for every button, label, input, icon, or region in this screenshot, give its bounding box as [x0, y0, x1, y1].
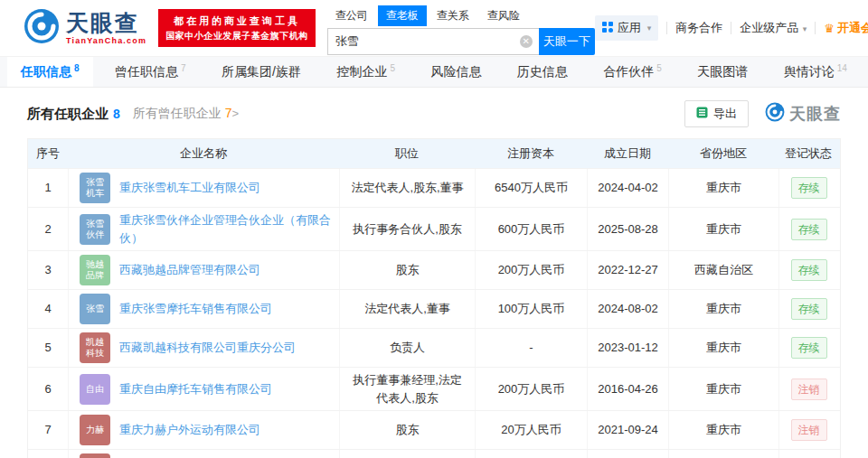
top-nav: 应用 ▾ 商务合作 企业级产品 ▾ ♛ 开通会员 ▾: [595, 15, 868, 41]
search-tab-1[interactable]: 查老板: [378, 5, 427, 26]
company-name-link[interactable]: 重庆张雪摩托车销售有限公司: [119, 300, 272, 318]
date-cell: 2021-09-24: [587, 411, 668, 449]
position-cell: 负责人: [339, 329, 475, 367]
capital-cell: 6540万人民币: [475, 169, 587, 207]
site-logo[interactable]: 天眼查 TianYanCha.com: [24, 8, 146, 48]
page-tab-2[interactable]: 所属集团/族群: [208, 57, 315, 87]
company-logo[interactable]: 驰越品牌: [80, 255, 110, 285]
chevron-down-icon: ▾: [647, 23, 652, 33]
row-index: 2: [28, 208, 68, 250]
status-badge: 注销: [791, 419, 827, 441]
company-logo[interactable]: 张雪: [80, 294, 110, 324]
logo-subtitle: TianYanCha.com: [66, 37, 146, 45]
page-tabs: 任职信息8曾任职信息7所属集团/族群控制企业5风险信息历史信息合作伙伴5天眼图谱…: [0, 56, 868, 88]
page-tab-5[interactable]: 历史信息: [504, 57, 581, 87]
watermark-swirl-icon: [765, 102, 785, 126]
status-badge: 存续: [791, 298, 827, 320]
clear-icon[interactable]: ✕: [520, 35, 533, 48]
apps-label: 应用: [618, 20, 641, 36]
search-area: 查公司查老板查关系查风险 ✕ 天眼一下: [327, 5, 595, 55]
date-cell: 2022-12-27: [587, 251, 668, 289]
capital-cell: 20万人民币: [475, 411, 587, 449]
company-name-link[interactable]: 重庆自由摩托车销售有限公司: [119, 380, 272, 398]
enterprise-products-menu[interactable]: 企业级产品 ▾: [740, 20, 807, 36]
row-index: 5: [28, 329, 68, 367]
company-cell: 张雪机车重庆张雪机车工业有限公司: [68, 169, 339, 207]
company-logo[interactable]: 自由: [80, 374, 110, 405]
search-tab-2[interactable]: 查关系: [429, 5, 477, 26]
column-header-2: 职位: [339, 139, 475, 168]
date-cell: 2025-08-28: [587, 208, 668, 250]
capital-cell: 200万人民币: [475, 251, 587, 289]
page-tab-1[interactable]: 曾任职信息7: [101, 57, 200, 87]
page: 天眼查 TianYanCha.com 都在用的商业查询工具 国家中小企业发展子基…: [0, 0, 868, 458]
company-logo[interactable]: 力赫: [80, 415, 110, 445]
page-tab-label: 舆情讨论: [784, 64, 835, 80]
row-index: 1: [28, 169, 68, 207]
watermark-text: 天眼查: [789, 103, 841, 125]
column-header-3: 注册资本: [475, 139, 587, 168]
company-cell: 冒险之翼重庆冒险之翼贸易有限公司: [68, 450, 339, 458]
page-tab-8[interactable]: 舆情讨论14: [770, 57, 861, 87]
former-companies-link[interactable]: 所有曾任职企业7>: [133, 106, 239, 122]
status-badge: 存续: [791, 219, 827, 240]
company-name-link[interactable]: 西藏凯越科技有限公司重庆分公司: [119, 339, 296, 357]
page-tab-label: 历史信息: [517, 64, 568, 80]
date-cell: 2021-06-22: [587, 450, 668, 458]
search-button[interactable]: 天眼一下: [539, 28, 595, 55]
table-row: 6自由重庆自由摩托车销售有限公司执行董事兼经理,法定代表人,股东200万人民币2…: [28, 367, 840, 410]
row-index: 6: [28, 368, 68, 410]
slogan-line2: 国家中小企业发展子基金旗下机构: [165, 29, 308, 42]
company-logo-text: 张雪: [86, 219, 104, 229]
page-tab-3[interactable]: 控制企业5: [323, 57, 409, 87]
status-cell: 存续: [778, 251, 838, 289]
page-tab-label: 合作伙伴: [603, 64, 654, 80]
company-logo[interactable]: 张雪机车: [80, 173, 110, 203]
vip-upgrade-menu[interactable]: ♛ 开通会员 ▾: [824, 20, 868, 36]
company-logo[interactable]: 张雪伙伴: [80, 214, 110, 245]
company-logo-text: 凯越: [86, 337, 104, 348]
page-tab-4[interactable]: 风险信息: [417, 57, 495, 87]
company-name-link[interactable]: 重庆张雪伙伴企业管理合伙企业（有限合伙）: [119, 211, 332, 247]
export-button[interactable]: 导出: [684, 100, 749, 127]
status-cell: 存续: [778, 290, 838, 328]
chevron-down-icon: ▾: [800, 24, 807, 33]
company-logo[interactable]: 凯越科技: [80, 332, 110, 363]
company-name-link[interactable]: 西藏驰越品牌管理有限公司: [119, 261, 260, 279]
positions-table: 序号企业名称职位注册资本成立日期省份地区登记状态 1张雪机车重庆张雪机车工业有限…: [27, 138, 841, 458]
table-row: 3驰越品牌西藏驰越品牌管理有限公司股东200万人民币2022-12-27西藏自治…: [28, 250, 840, 289]
search-input[interactable]: [327, 28, 539, 55]
region-cell: 重庆市: [668, 169, 778, 207]
region-cell: 重庆市: [668, 329, 778, 367]
business-coop-link[interactable]: 商务合作: [675, 20, 722, 36]
company-name-link[interactable]: 重庆张雪机车工业有限公司: [119, 179, 260, 197]
search-tab-0[interactable]: 查公司: [327, 5, 376, 26]
position-cell: 股东: [339, 251, 475, 289]
page-tab-count: 5: [390, 63, 395, 73]
search-tab-3[interactable]: 查风险: [479, 5, 528, 26]
capital-cell: 600万人民币: [475, 208, 587, 250]
page-tab-label: 曾任职信息: [115, 64, 178, 80]
search-type-tabs: 查公司查老板查关系查风险: [327, 5, 595, 26]
divider: [815, 22, 816, 34]
page-tab-count: 7: [181, 63, 186, 73]
table-row: 1张雪机车重庆张雪机车工业有限公司法定代表人,股东,董事6540万人民币2024…: [28, 168, 840, 207]
page-tab-label: 所属集团/族群: [222, 64, 301, 80]
status-cell: 存续: [778, 208, 838, 250]
export-spreadsheet-icon: [696, 107, 708, 121]
column-header-4: 成立日期: [587, 139, 668, 168]
date-cell: 2023-01-12: [587, 329, 668, 367]
page-tab-7[interactable]: 天眼图谱: [684, 57, 761, 87]
page-tab-label: 任职信息: [21, 64, 71, 80]
region-cell: 西藏自治区: [668, 251, 778, 289]
status-cell: 注销: [778, 368, 838, 410]
table-row: 2张雪伙伴重庆张雪伙伴企业管理合伙企业（有限合伙）执行事务合伙人,股东600万人…: [28, 207, 840, 250]
apps-menu[interactable]: 应用 ▾: [595, 15, 659, 41]
row-index: 7: [28, 411, 68, 449]
capital-cell: 200万人民币: [475, 368, 587, 410]
status-cell: 注销: [778, 450, 838, 458]
company-name-link[interactable]: 重庆力赫户外运动有限公司: [119, 421, 260, 439]
page-tab-0[interactable]: 任职信息8: [7, 57, 93, 87]
page-tab-6[interactable]: 合作伙伴5: [590, 57, 675, 87]
company-logo[interactable]: 冒险之翼: [80, 453, 110, 458]
